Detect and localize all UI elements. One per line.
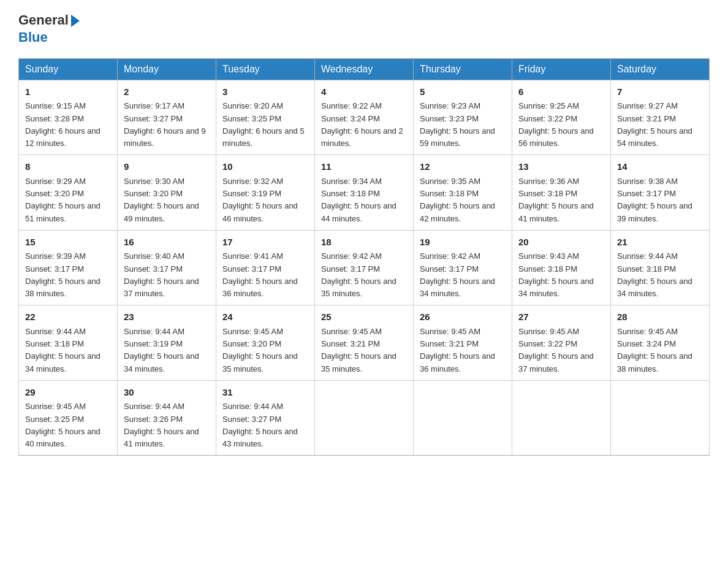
day-number: 30 [124,386,210,400]
daylight-info: Daylight: 5 hours and 34 minutes. [420,277,495,298]
sunset-info: Sunset: 3:17 PM [420,264,479,274]
daylight-info: Daylight: 5 hours and 38 minutes. [25,277,100,298]
sunrise-info: Sunrise: 9:42 AM [420,251,480,261]
sunset-info: Sunset: 3:18 PM [617,264,676,274]
calendar-cell [611,380,710,456]
sunset-info: Sunset: 3:25 PM [222,114,281,123]
day-number: 10 [222,160,308,174]
page-header: General Blue [18,12,710,46]
day-number: 4 [321,85,407,99]
sunset-info: Sunset: 3:21 PM [321,339,380,348]
calendar-week-row: 15Sunrise: 9:39 AMSunset: 3:17 PMDayligh… [19,230,710,305]
daylight-info: Daylight: 5 hours and 34 minutes. [25,351,100,373]
day-number: 17 [222,236,308,250]
sunset-info: Sunset: 3:19 PM [222,189,281,198]
calendar-cell: 7Sunrise: 9:27 AMSunset: 3:21 PMDaylight… [611,80,710,155]
sunrise-info: Sunrise: 9:38 AM [617,177,678,186]
calendar-cell [512,380,611,456]
daylight-info: Daylight: 6 hours and 5 minutes. [222,126,305,148]
sunset-info: Sunset: 3:21 PM [617,114,676,123]
sunset-info: Sunset: 3:21 PM [420,339,479,348]
sunset-info: Sunset: 3:24 PM [617,339,676,348]
sunrise-info: Sunrise: 9:45 AM [420,327,480,336]
sunrise-info: Sunrise: 9:45 AM [222,327,283,336]
sunset-info: Sunset: 3:17 PM [124,264,183,274]
sunrise-info: Sunrise: 9:45 AM [617,327,678,336]
day-number: 11 [321,160,407,174]
daylight-info: Daylight: 6 hours and 9 minutes. [124,126,206,148]
sunrise-info: Sunrise: 9:42 AM [321,251,382,261]
calendar-cell: 6Sunrise: 9:25 AMSunset: 3:22 PMDaylight… [512,80,611,155]
calendar-cell: 21Sunrise: 9:44 AMSunset: 3:18 PMDayligh… [611,230,710,305]
weekday-header-tuesday: Tuesday [216,58,315,80]
calendar-cell: 14Sunrise: 9:38 AMSunset: 3:17 PMDayligh… [611,155,710,231]
daylight-info: Daylight: 5 hours and 37 minutes. [518,351,594,373]
logo-triangle-icon [71,15,80,27]
day-number: 20 [518,236,604,250]
calendar-cell: 11Sunrise: 9:34 AMSunset: 3:18 PMDayligh… [315,155,414,231]
day-number: 9 [124,160,210,174]
sunrise-info: Sunrise: 9:40 AM [124,251,184,261]
sunset-info: Sunset: 3:22 PM [518,339,577,348]
day-number: 31 [222,386,308,400]
day-number: 24 [222,310,308,324]
sunset-info: Sunset: 3:22 PM [518,114,577,123]
day-number: 19 [420,236,506,250]
calendar-cell: 27Sunrise: 9:45 AMSunset: 3:22 PMDayligh… [512,305,611,381]
day-number: 28 [617,310,703,324]
sunset-info: Sunset: 3:17 PM [321,264,380,274]
calendar-cell: 3Sunrise: 9:20 AMSunset: 3:25 PMDaylight… [216,80,315,155]
sunrise-info: Sunrise: 9:43 AM [518,251,579,261]
daylight-info: Daylight: 5 hours and 41 minutes. [518,201,594,223]
calendar-cell: 31Sunrise: 9:44 AMSunset: 3:27 PMDayligh… [216,380,315,456]
sunrise-info: Sunrise: 9:29 AM [25,177,86,186]
logo-text-general: General [18,12,69,28]
daylight-info: Daylight: 5 hours and 56 minutes. [518,126,594,148]
daylight-info: Daylight: 5 hours and 34 minutes. [617,277,692,298]
calendar-cell: 15Sunrise: 9:39 AMSunset: 3:17 PMDayligh… [19,230,118,305]
calendar-cell: 2Sunrise: 9:17 AMSunset: 3:27 PMDaylight… [118,80,216,155]
sunrise-info: Sunrise: 9:15 AM [25,101,86,110]
weekday-header-saturday: Saturday [611,58,710,80]
sunset-info: Sunset: 3:18 PM [420,189,479,198]
sunset-info: Sunset: 3:17 PM [25,264,84,274]
sunset-info: Sunset: 3:19 PM [124,339,183,348]
calendar-cell: 4Sunrise: 9:22 AMSunset: 3:24 PMDaylight… [315,80,414,155]
sunset-info: Sunset: 3:26 PM [124,415,183,424]
sunset-info: Sunset: 3:20 PM [222,339,281,348]
sunset-info: Sunset: 3:28 PM [25,114,84,123]
sunrise-info: Sunrise: 9:23 AM [420,101,480,110]
sunset-info: Sunset: 3:18 PM [321,189,380,198]
daylight-info: Daylight: 5 hours and 35 minutes. [222,351,298,373]
daylight-info: Daylight: 5 hours and 51 minutes. [25,201,100,223]
calendar-week-row: 8Sunrise: 9:29 AMSunset: 3:20 PMDaylight… [19,155,710,231]
daylight-info: Daylight: 5 hours and 36 minutes. [420,351,495,373]
daylight-info: Daylight: 5 hours and 59 minutes. [420,126,495,148]
daylight-info: Daylight: 5 hours and 35 minutes. [321,277,396,298]
calendar-week-row: 1Sunrise: 9:15 AMSunset: 3:28 PMDaylight… [19,80,710,155]
day-number: 25 [321,310,407,324]
day-number: 13 [518,160,604,174]
calendar-table: SundayMondayTuesdayWednesdayThursdayFrid… [18,58,710,456]
calendar-cell: 23Sunrise: 9:44 AMSunset: 3:19 PMDayligh… [118,305,216,381]
day-number: 5 [420,85,506,99]
sunrise-info: Sunrise: 9:32 AM [222,177,283,186]
day-number: 2 [124,85,210,99]
sunset-info: Sunset: 3:17 PM [222,264,281,274]
daylight-info: Daylight: 5 hours and 34 minutes. [124,351,199,373]
sunrise-info: Sunrise: 9:30 AM [124,177,184,186]
daylight-info: Daylight: 5 hours and 54 minutes. [617,126,692,148]
day-number: 16 [124,236,210,250]
calendar-cell: 29Sunrise: 9:45 AMSunset: 3:25 PMDayligh… [19,380,118,456]
weekday-header-monday: Monday [118,58,216,80]
sunrise-info: Sunrise: 9:44 AM [25,327,86,336]
weekday-header-friday: Friday [512,58,611,80]
day-number: 22 [25,310,111,324]
calendar-cell: 19Sunrise: 9:42 AMSunset: 3:17 PMDayligh… [414,230,512,305]
sunset-info: Sunset: 3:20 PM [25,189,84,198]
day-number: 27 [518,310,604,324]
calendar-cell: 5Sunrise: 9:23 AMSunset: 3:23 PMDaylight… [414,80,512,155]
sunset-info: Sunset: 3:24 PM [321,114,380,123]
daylight-info: Daylight: 5 hours and 35 minutes. [321,351,396,373]
daylight-info: Daylight: 6 hours and 12 minutes. [25,126,100,148]
